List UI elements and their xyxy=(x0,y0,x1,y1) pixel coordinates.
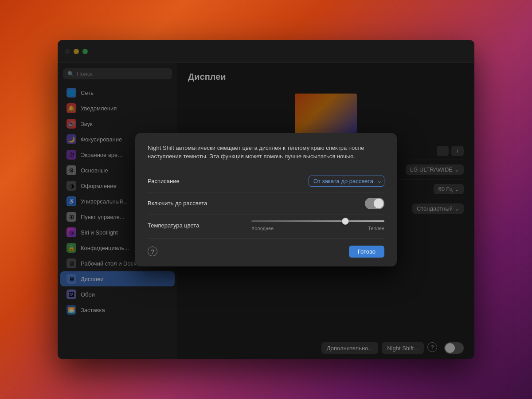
schedule-label: Расписание xyxy=(148,178,180,184)
schedule-select[interactable]: Выкл Пользовательское От заката до рассв… xyxy=(309,176,384,187)
modal-overlay: Night Shift автоматически смещает цвета … xyxy=(58,40,474,359)
enable-label: Включить до рассвета xyxy=(148,200,207,207)
temp-label: Температура цвета xyxy=(148,222,199,229)
done-button[interactable]: Готово xyxy=(349,246,384,258)
temp-slider-track[interactable] xyxy=(251,220,384,222)
temp-slider-thumb[interactable] xyxy=(342,218,349,225)
dialog-help-button[interactable]: ? xyxy=(148,246,157,256)
dialog-footer: ? Готово xyxy=(148,238,384,258)
enable-toggle[interactable] xyxy=(365,198,384,209)
temp-row: Температура цвета Холоднее Теплее xyxy=(148,215,384,236)
enable-row: Включить до рассвета xyxy=(148,192,384,215)
temp-slider-container: Холоднее Теплее xyxy=(251,220,384,231)
schedule-select-wrapper[interactable]: Выкл Пользовательское От заката до рассв… xyxy=(309,176,384,187)
schedule-row: Расписание Выкл Пользовательское От зака… xyxy=(148,170,384,192)
temp-warmer-label: Теплее xyxy=(368,226,384,231)
enable-toggle-knob xyxy=(374,199,383,208)
temp-cooler-label: Холоднее xyxy=(251,226,274,231)
dialog-description: Night Shift автоматически смещает цвета … xyxy=(148,144,384,161)
slider-labels: Холоднее Теплее xyxy=(251,226,384,231)
main-window: 🔍 🌐 Сеть 🔔 Уведомления 🔊 Звук xyxy=(58,40,474,359)
night-shift-dialog: Night Shift автоматически смещает цвета … xyxy=(135,133,397,266)
